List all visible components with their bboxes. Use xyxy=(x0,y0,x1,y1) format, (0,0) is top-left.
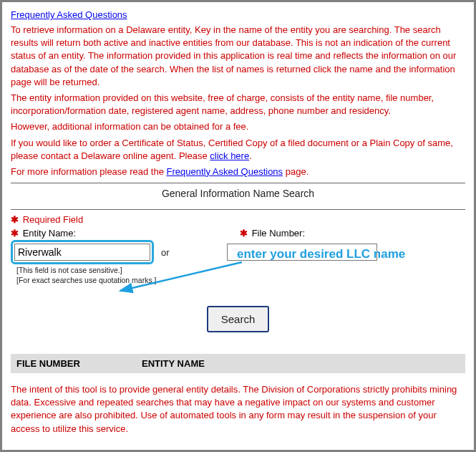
column-header-entity-name: ENTITY NAME xyxy=(136,354,465,373)
asterisk-icon: ✱ xyxy=(240,228,248,239)
click-here-link[interactable]: click here xyxy=(210,150,249,161)
column-header-file-number: FILE NUMBER xyxy=(11,354,136,373)
hint-exact-search: [For exact searches use quotation marks.… xyxy=(16,276,465,284)
file-number-label: File Number: xyxy=(252,228,305,239)
search-button[interactable]: Search xyxy=(207,306,270,332)
required-field-label: Required Field xyxy=(23,214,84,225)
main-panel: Frequently Asked Questions To retrieve i… xyxy=(0,0,476,452)
search-section-title: General Information Name Search xyxy=(11,185,465,205)
intro-para-5: For more information please read the Fre… xyxy=(11,165,465,178)
intro-para-3: However, additional information can be o… xyxy=(11,120,465,133)
para4-suffix: . xyxy=(249,150,252,161)
faq-link-inline[interactable]: Frequently Asked Questions xyxy=(167,166,283,177)
file-number-label-wrap: ✱ File Number: xyxy=(240,228,305,239)
para5-suffix: page. xyxy=(283,166,309,177)
divider-top xyxy=(11,183,465,183)
or-separator: or xyxy=(161,247,170,258)
entity-name-highlight xyxy=(11,240,154,264)
entity-name-label: Entity Name: xyxy=(23,228,76,239)
intro-para-4: If you would like to order a Certificate… xyxy=(11,137,465,163)
intro-para-1: To retrieve information on a Delaware en… xyxy=(11,24,465,89)
para5-prefix: For more information please read the xyxy=(11,166,167,177)
results-table-header: FILE NUMBER ENTITY NAME xyxy=(11,354,465,373)
intro-para-2: The entity information provided on this … xyxy=(11,92,465,117)
hint-case-insensitive: [This field is not case sensitive.] xyxy=(16,266,465,274)
entity-name-label-wrap: ✱ Entity Name: xyxy=(11,228,240,239)
file-number-input[interactable] xyxy=(227,244,377,261)
required-field-row: ✱ Required Field xyxy=(11,214,465,225)
entity-name-input[interactable] xyxy=(14,244,150,261)
faq-link-top[interactable]: Frequently Asked Questions xyxy=(11,9,127,20)
footer-warning: The intent of this tool is to provide ge… xyxy=(11,383,465,436)
divider-bottom xyxy=(11,209,465,210)
asterisk-icon: ✱ xyxy=(11,214,19,225)
asterisk-icon: ✱ xyxy=(11,228,19,239)
